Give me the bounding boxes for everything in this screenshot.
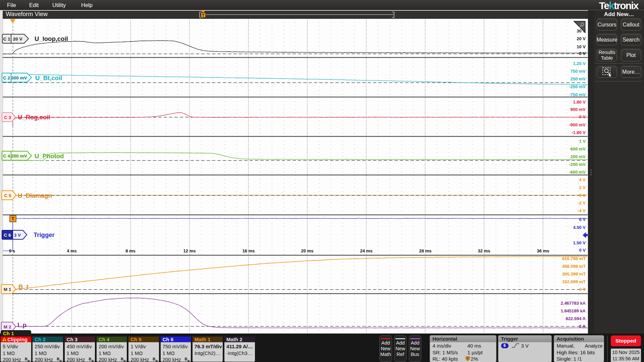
svg-text:-200 mV: -200 mV [569,162,586,167]
svg-text:U_Rog,coil: U_Rog,coil [18,114,50,121]
svg-text:T: T [202,13,205,18]
svg-text:1.50 V: 1.50 V [573,240,586,245]
svg-text:-600 mV: -600 mV [569,170,586,175]
svg-text:Trigger: Trigger [34,231,55,238]
svg-text:16 ms: 16 ms [243,248,255,253]
svg-text:200 mV: 200 mV [11,154,27,159]
svg-text:C 3: C 3 [4,115,11,120]
svg-text:2.467783 kA: 2.467783 kA [561,301,586,306]
svg-text:152.699 mT: 152.699 mT [562,279,586,284]
svg-text:1.80 V: 1.80 V [573,100,586,105]
svg-text:20 V: 20 V [577,36,586,41]
svg-text:U_Diamagn: U_Diamagn [18,192,52,199]
svg-text:-250 mV: -250 mV [569,84,586,89]
svg-text:10 V: 10 V [577,44,586,49]
svg-text:610.798 mT: 610.798 mT [562,256,586,261]
svg-text:750 mV: 750 mV [570,69,586,74]
svg-text:-2 V: -2 V [578,200,586,205]
svg-text:-750 mV: -750 mV [569,92,586,97]
svg-text:U_Bt,coil: U_Bt,coil [35,74,62,81]
svg-text:200 mV: 200 mV [570,154,586,159]
svg-text:250 mV: 250 mV [570,76,586,81]
svg-text:0 A: 0 A [579,324,586,329]
svg-text:T: T [12,216,14,221]
svg-text:20 V: 20 V [13,37,22,42]
svg-text:8 ms: 8 ms [125,248,136,253]
svg-text:U_loop,coil: U_loop,coil [35,35,68,42]
svg-text:900 mV: 900 mV [570,107,586,112]
svg-text:C 5: C 5 [4,193,11,198]
svg-text:305.399 mT: 305.399 mT [562,272,586,277]
svg-text:4 ms: 4 ms [67,248,77,253]
svg-text:300 mV: 300 mV [11,75,27,80]
svg-text:3 V: 3 V [14,233,21,238]
svg-text:M 2: M 2 [4,324,11,329]
svg-text:1.645189 kA: 1.645189 kA [561,308,586,313]
svg-text:C 4: C 4 [3,154,10,159]
svg-text:20 ms: 20 ms [301,248,314,253]
svg-text:U_Photod: U_Photod [35,153,64,160]
svg-text:M 1: M 1 [4,287,11,292]
svg-text:I_p: I_p [17,321,26,328]
svg-text:0 s: 0 s [9,248,15,253]
svg-text:0 T: 0 T [579,287,586,292]
svg-text:12 ms: 12 ms [183,248,196,253]
svg-text:T: T [467,357,469,360]
svg-text:0 V: 0 V [579,248,586,253]
svg-text:4.50 V: 4.50 V [573,225,586,230]
svg-text:1.25 V: 1.25 V [573,61,586,66]
svg-text:-1.80 V: -1.80 V [572,130,586,135]
svg-text:36 ms: 36 ms [537,248,549,253]
svg-text:0 V: 0 V [579,193,586,198]
svg-text:C 2: C 2 [3,75,10,80]
svg-text:0 V: 0 V [579,114,586,119]
svg-text:32 ms: 32 ms [478,248,490,253]
svg-text:822.594 A: 822.594 A [566,316,586,321]
svg-text:600 mV: 600 mV [570,146,586,152]
svg-text:28 ms: 28 ms [419,248,432,253]
svg-text:24 ms: 24 ms [360,248,373,253]
svg-text:-4 V: -4 V [578,208,586,213]
svg-text:B_t: B_t [18,283,29,290]
svg-text:2 V: 2 V [579,185,586,190]
svg-text:0 V: 0 V [579,51,586,56]
svg-text:C 6: C 6 [4,233,11,238]
svg-text:4 V: 4 V [579,177,586,182]
svg-text:6 V: 6 V [579,217,586,222]
svg-text:-900 mV: -900 mV [569,122,586,127]
svg-text:1 V: 1 V [579,139,586,144]
svg-text:458.098 mT: 458.098 mT [562,264,586,269]
svg-text:C 1: C 1 [3,37,10,42]
